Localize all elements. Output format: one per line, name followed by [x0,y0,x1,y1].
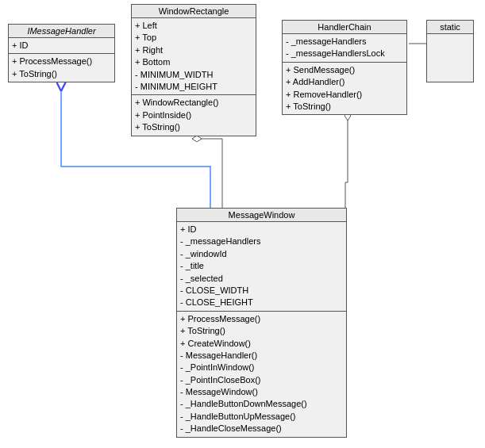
static-content [427,34,473,82]
handlerchain-attrs: - _messageHandlers - _messageHandlersLoc… [283,34,406,63]
messagewindow-box: MessageWindow + ID - _messageHandlers - … [176,208,347,438]
windowrectangle-box: WindowRectangle + Left + Top + Right + B… [131,4,256,136]
diagram-container: IMessageHandler + ID + ProcessMessage() … [0,0,485,448]
imessagehandler-methods: + ProcessMessage() + ToString() [9,54,114,82]
windowrectangle-title: WindowRectangle [132,5,256,18]
messagewindow-title: MessageWindow [177,209,346,222]
handlerchain-box: HandlerChain - _messageHandlers - _messa… [282,20,407,115]
imessagehandler-attrs: + ID [9,38,114,54]
windowrectangle-attrs: + Left + Top + Right + Bottom - MINIMUM_… [132,18,256,95]
static-box: static [426,20,474,82]
messagewindow-methods: + ProcessMessage() + ToString() + Create… [177,312,346,437]
windowrectangle-methods: + WindowRectangle() + PointInside() + To… [132,95,256,135]
handlerchain-methods: + SendMessage() + AddHandler() + RemoveH… [283,63,406,115]
imessagehandler-title: IMessageHandler [9,25,114,38]
handlerchain-title: HandlerChain [283,21,406,34]
static-title: static [427,21,473,34]
messagewindow-attrs: + ID - _messageHandlers - _windowId - _t… [177,222,346,312]
imessagehandler-box: IMessageHandler + ID + ProcessMessage() … [8,24,115,82]
